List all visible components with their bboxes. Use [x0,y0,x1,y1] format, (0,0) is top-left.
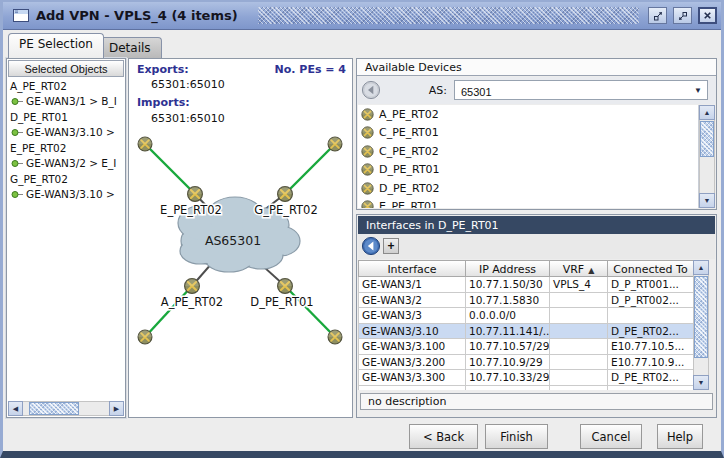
scrollbar-thumb[interactable] [29,402,79,415]
table-row[interactable]: GE-WAN3/3.20010.77.10.9/29E10.77.10.9... [358,355,694,371]
description-status: no description [360,393,713,410]
help-button[interactable]: Help [657,424,703,449]
table-row[interactable]: GE-WAN3/3.10010.77.10.57/29E10.77.10.5..… [358,339,694,355]
ce-router-icon[interactable] [138,330,152,344]
tree-item-interface[interactable]: GE-WAN3/3.10 > [8,125,124,141]
scroll-left-button[interactable]: ◀ [8,401,23,416]
table-row[interactable]: GE-WAN3/210.77.1.5830D_P_RT002... [358,293,694,309]
list-item[interactable]: E_PE_RT01 [358,198,698,209]
minimize-icon [652,10,664,22]
ce-router-icon[interactable] [138,137,152,151]
maximize-icon [677,10,689,22]
back-button[interactable]: < Back [409,424,478,449]
table-row-partial[interactable] [358,386,694,391]
scroll-down-button[interactable]: ▼ [693,375,709,390]
titlebar[interactable]: Add VPN - VPLS_4 (4 items) [3,2,721,30]
scroll-left-icon: ◀ [13,405,18,413]
titlebar-texture [258,7,639,24]
tree-item-device[interactable]: D_PE_RT01 [8,109,124,125]
maximize-button[interactable] [673,7,692,24]
back-navigation-button[interactable] [361,236,381,256]
pe-count: No. PEs = 4 [275,63,346,76]
router-icon [361,182,374,195]
list-item[interactable]: C_PE_RT01 [358,124,698,143]
tree-item-interface[interactable]: GE-WAN3/2 > E_I [8,156,124,172]
scroll-down-icon: ▼ [704,197,711,204]
scroll-up-button[interactable]: ▲ [693,260,709,275]
tree-item-device[interactable]: G_PE_RT02 [8,171,124,187]
list-item[interactable]: D_PE_RT01 [358,161,698,180]
interface-node-icon [11,97,23,106]
pe-label: A_PE_RT02 [161,295,223,309]
pe-node-d[interactable] [278,279,293,294]
router-icon [361,200,374,208]
minimize-button[interactable] [648,7,667,24]
scrollbar-thumb[interactable] [700,121,714,157]
list-item[interactable]: C_PE_RT02 [358,142,698,161]
scrollbar-thumb[interactable] [694,276,708,358]
imports-label: Imports: [137,96,190,109]
scroll-down-button[interactable]: ▼ [699,193,715,208]
exports-value: 65301:65010 [151,78,225,91]
list-item[interactable]: A_PE_RT02 [358,105,698,124]
scroll-up-button[interactable]: ▲ [699,105,715,120]
column-header-connected[interactable]: Connected To [608,260,694,277]
tree-item-interface[interactable]: GE-WAN3/1 > B_I [8,94,124,110]
scroll-up-icon: ▲ [704,109,711,116]
tab-pe-selection[interactable]: PE Selection [8,33,104,58]
interfaces-table-body: GE-WAN3/110.77.1.50/30VPLS_4D_P_RT001...… [358,277,694,390]
tree-item-device[interactable]: A_PE_RT02 [8,78,124,94]
selected-objects-panel: Selected Objects A_PE_RT02 GE-WAN3/1 > B… [6,58,126,418]
cancel-button[interactable]: Cancel [580,424,642,449]
table-row[interactable]: GE-WAN3/110.77.1.50/30VPLS_4D_P_RT001... [358,277,694,293]
interfaces-panel-title: Interfaces in D_PE_RT01 [358,216,715,234]
close-button[interactable] [698,7,717,24]
as-combobox[interactable]: 65301 ▼ [454,80,708,100]
tree-item-device[interactable]: E_PE_RT02 [8,140,124,156]
vertical-scrollbar[interactable]: ▲ ▼ [693,260,709,390]
interface-node-icon [11,190,23,199]
device-list: A_PE_RT02 C_PE_RT01 C_PE_RT02 D_PE_RT01 … [358,105,699,208]
tab-details[interactable]: Details [98,37,162,58]
scroll-right-button[interactable]: ▶ [109,401,124,416]
window-icon [13,8,29,27]
router-icon [361,126,374,139]
column-header-ip[interactable]: IP Address [466,260,550,277]
as-label: AS: [415,84,447,97]
vertical-scrollbar[interactable]: ▲ ▼ [699,105,715,208]
list-item[interactable]: D_PE_RT02 [358,179,698,198]
as-cloud-label: AS65301 [205,233,261,248]
interface-node-icon [11,159,23,168]
dialog-window: Add VPN - VPLS_4 (4 items) PE Selection … [0,0,724,458]
imports-value: 65301:65010 [151,112,225,125]
pe-node-g[interactable] [278,187,293,202]
table-row[interactable]: GE-WAN3/3.30010.77.10.33/29D_PE_RT02... [358,370,694,386]
scroll-down-icon: ▼ [698,379,705,386]
back-arrow-icon [361,236,381,256]
router-icon [361,163,374,176]
chevron-down-icon: ▼ [694,86,702,95]
footer-button-bar: < Back Finish Cancel Help [3,423,721,450]
finish-button[interactable]: Finish [485,424,548,449]
column-header-interface[interactable]: Interface [358,260,466,277]
interfaces-panel: Interfaces in D_PE_RT01 + Interface IP A… [356,214,717,418]
back-navigation-button-disabled[interactable] [361,80,381,100]
table-row-selected[interactable]: GE-WAN3/3.1010.77.11.141/...D_PE_RT02... [358,324,694,340]
pe-label: D_PE_RT01 [250,295,313,309]
interface-node-icon [11,128,23,137]
router-icon [361,108,374,121]
ce-router-icon[interactable] [328,330,342,344]
exports-label: Exports: [137,63,189,76]
horizontal-scrollbar[interactable]: ◀ ▶ [8,401,124,416]
column-header-vrf[interactable]: VRF▲ [550,260,608,277]
add-interface-button[interactable]: + [383,238,399,254]
close-icon [702,10,713,21]
ce-router-icon[interactable] [328,137,342,151]
selected-objects-tree: A_PE_RT02 GE-WAN3/1 > B_I D_PE_RT01 GE-W… [8,78,124,400]
pe-node-a[interactable] [185,279,200,294]
tree-item-interface[interactable]: GE-WAN3/3.10 > [8,187,124,203]
pe-node-e[interactable] [188,187,203,202]
pe-label: G_PE_RT02 [254,203,317,217]
selected-objects-header[interactable]: Selected Objects [8,60,124,77]
table-row[interactable]: GE-WAN3/30.0.0.0/0 [358,308,694,324]
